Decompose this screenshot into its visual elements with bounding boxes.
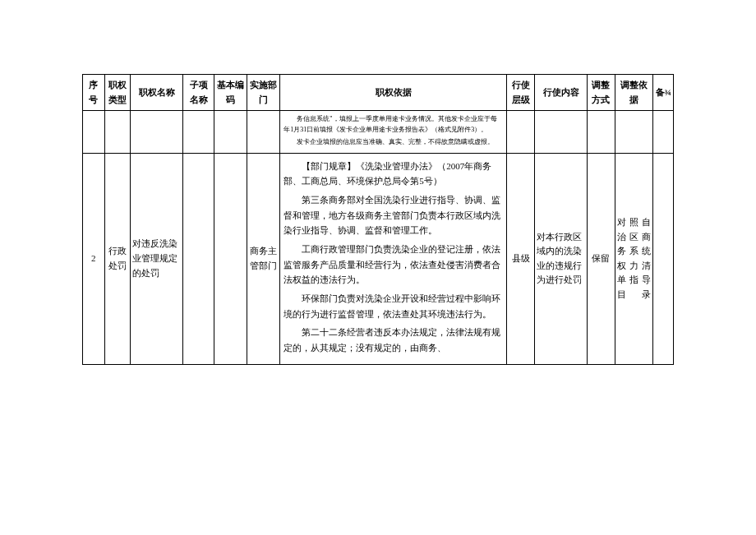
header-xuhao: 序号	[83, 75, 105, 111]
cell-fangshi: 保留	[588, 153, 615, 364]
header-mingcheng: 职权名称	[130, 75, 183, 111]
header-neirong: 行使内容	[534, 75, 588, 111]
cell-beizhu	[653, 111, 674, 153]
cell-tiaozheng: 对照自治区商务系统权力清单指导目录	[615, 153, 653, 364]
cell-neirong: 对本行政区域内的洗染业的违规行为进行处罚	[534, 153, 588, 364]
header-fangshi: 调整方式	[588, 75, 615, 111]
yiju-paragraph: 第三条商务部对全国洗染行业进行指导、协调、监督和管理，地方各级商务主管部门负责本…	[284, 192, 503, 238]
header-bumen: 实施部门	[247, 75, 280, 111]
table-row: 务信息系统"，填报上一季度单用途卡业务情况。其他发卡企业应于每年1月31日前填报…	[83, 111, 674, 153]
cell-cengji	[507, 111, 534, 153]
cell-leixing: 行政处罚	[104, 153, 130, 364]
header-leixing: 职权类型	[104, 75, 130, 111]
table-row: 2 行政处罚 对违反洗染业管理规定的处罚 商务主管部门 【部门规章】《洗染业管理…	[83, 153, 674, 364]
yiju-paragraph: 发卡企业填报的信息应当准确、真实、完整，不得故意隐瞒或虚报。	[284, 137, 503, 148]
cell-mingcheng	[130, 111, 183, 153]
yiju-paragraph: 【部门规章】《洗染业管理办法》（2007年商务部、工商总局、环境保护总局令第5号…	[284, 159, 503, 189]
cell-bianma	[214, 111, 247, 153]
header-zixiang: 子项名称	[183, 75, 214, 111]
header-cengji: 行使层级	[507, 75, 534, 111]
cell-zixiang	[183, 111, 214, 153]
header-tiaozheng: 调整依据	[615, 75, 653, 111]
cell-bianma	[214, 153, 247, 364]
yiju-paragraph: 工商行政管理部门负责洗染企业的登记注册，依法监管服务产品质量和经营行为，依法查处…	[284, 242, 503, 288]
cell-bumen: 商务主管部门	[247, 153, 280, 364]
header-yiju: 职权依据	[280, 75, 507, 111]
cell-yiju: 【部门规章】《洗染业管理办法》（2007年商务部、工商总局、环境保护总局令第5号…	[280, 153, 507, 364]
cell-zixiang	[183, 153, 214, 364]
cell-tiaozheng	[615, 111, 653, 153]
cell-xuhao	[83, 111, 105, 153]
yiju-paragraph: 务信息系统"，填报上一季度单用途卡业务情况。其他发卡企业应于每年1月31日前填报…	[284, 114, 503, 136]
cell-fangshi	[588, 111, 615, 153]
yiju-paragraph: 第二十二条经营者违反本办法规定，法律法规有规定的，从其规定；没有规定的，由商务、	[284, 325, 503, 355]
authority-table: 序号 职权类型 职权名称 子项名称 基本编码 实施部门 职权依据 行使层级 行使…	[82, 74, 674, 365]
header-beizhu: 备¾	[653, 75, 674, 111]
cell-neirong	[534, 111, 588, 153]
header-bianma: 基本编码	[214, 75, 247, 111]
table-header-row: 序号 职权类型 职权名称 子项名称 基本编码 实施部门 职权依据 行使层级 行使…	[83, 75, 674, 111]
cell-mingcheng: 对违反洗染业管理规定的处罚	[130, 153, 183, 364]
yiju-paragraph: 环保部门负责对洗染企业开设和经营过程中影响环境的行为进行监督管理，依法查处其环境…	[284, 291, 503, 321]
cell-yiju: 务信息系统"，填报上一季度单用途卡业务情况。其他发卡企业应于每年1月31日前填报…	[280, 111, 507, 153]
cell-xuhao: 2	[83, 153, 105, 364]
cell-cengji: 县级	[507, 153, 534, 364]
cell-beizhu	[653, 153, 674, 364]
cell-leixing	[104, 111, 130, 153]
cell-bumen	[247, 111, 280, 153]
